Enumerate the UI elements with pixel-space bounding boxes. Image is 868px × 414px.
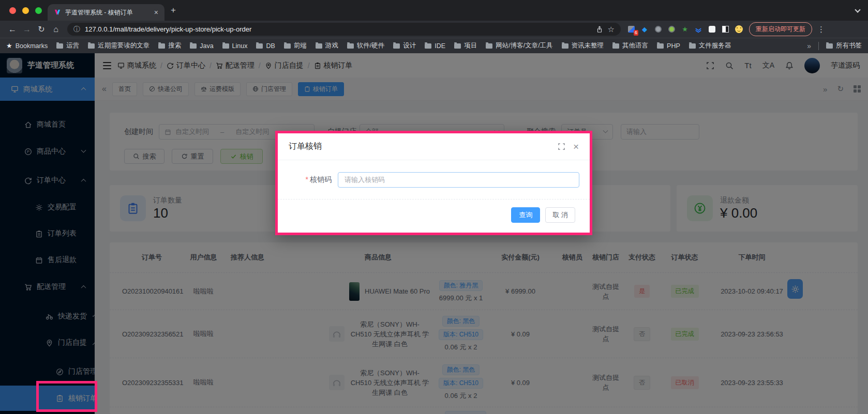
extension-icon-green-star[interactable]: ★ (681, 25, 689, 34)
divider (818, 42, 819, 50)
folder-icon (425, 43, 431, 49)
bookmark-label: 项目 (464, 41, 477, 50)
share-icon[interactable] (596, 26, 603, 33)
extensions-cluster: 6 ◆ ★ (627, 25, 743, 34)
dialog-header: 订单核销 × (278, 133, 590, 160)
folder-icon (190, 43, 197, 49)
bookmark-label: Bookmarks (16, 42, 48, 50)
bookmark-label: DB (266, 42, 275, 50)
bookmark-label: 网站/博客/文章/工具 (496, 41, 552, 50)
extension-icon-layers[interactable] (694, 25, 702, 34)
verify-code-label: *核销码 (288, 175, 338, 185)
bookmark-folder[interactable]: 其他语言 (612, 41, 648, 50)
bookmarks-bar: ★Bookmarks 运营 近期需要读的文章 搜索 Java Linux DB … (0, 38, 868, 53)
bookmark-folder[interactable]: 设计 (393, 41, 416, 50)
verify-code-input[interactable] (338, 172, 579, 188)
browser-tab[interactable]: 芋道管理系统 - 核销订单 × (48, 4, 164, 21)
bookmark-folder[interactable]: 软件/硬件 (347, 41, 384, 50)
bookmark-label: 前端 (294, 41, 307, 50)
bookmark-folder[interactable]: 网站/博客/文章/工具 (486, 41, 552, 50)
extension-icon-gray-circle[interactable] (654, 25, 662, 34)
extension-badge: 6 (634, 30, 638, 36)
browser-update-button[interactable]: 重新启动即可更新 (749, 22, 812, 36)
bookmark-folder[interactable]: DB (256, 42, 275, 50)
reload-button[interactable]: ↻ (34, 24, 49, 34)
tab-favicon (54, 9, 61, 16)
bookmark-label: 资讯未整理 (572, 41, 604, 50)
browser-toolbar: ← → ↻ ⌂ ⓘ 127.0.0.1/mall/trade/delivery/… (0, 21, 868, 38)
bookmark-folder[interactable]: Linux (222, 42, 248, 50)
folder-icon (562, 43, 568, 49)
bookmark-folder[interactable]: 运营 (56, 41, 79, 50)
zoom-window-button[interactable] (35, 7, 42, 14)
bookmark-folder[interactable]: IDE (425, 42, 445, 50)
browser-menu-icon[interactable]: ⋮ (817, 25, 825, 34)
star-icon: ★ (6, 42, 12, 50)
bookmark-folder[interactable]: 项目 (454, 41, 477, 50)
folder-icon (612, 43, 619, 49)
folder-icon (454, 43, 461, 49)
extension-icon-gem[interactable]: ◆ (640, 25, 649, 34)
site-info-icon[interactable]: ⓘ (73, 25, 80, 34)
bookmark-label: 文件服务器 (699, 41, 731, 50)
field-label-text: 核销码 (310, 175, 332, 183)
bookmark-folder[interactable]: 文件服务器 (689, 41, 731, 50)
bookmark-folder[interactable]: 游戏 (316, 41, 338, 50)
required-asterisk: * (306, 175, 308, 183)
minimize-window-button[interactable] (22, 7, 29, 14)
address-bar[interactable]: ⓘ 127.0.0.1/mall/trade/delivery/pick-up-… (67, 23, 621, 36)
bookmark-folder[interactable]: Java (190, 42, 213, 50)
bookmarks-manager[interactable]: ★Bookmarks (6, 42, 48, 50)
bookmark-label: Java (200, 42, 213, 50)
dialog-close-icon[interactable]: × (573, 142, 579, 151)
bookmark-label: 所有书签 (836, 41, 862, 50)
folder-icon (222, 43, 229, 49)
folder-icon (393, 43, 400, 49)
browser-titlebar: 芋道管理系统 - 核销订单 × + (0, 0, 868, 21)
bookmark-label: 设计 (403, 41, 416, 50)
folder-icon (486, 43, 492, 49)
folder-icon (284, 43, 291, 49)
extension-icon-frame[interactable] (721, 25, 729, 34)
extension-icon-puzzle[interactable] (708, 25, 716, 34)
new-tab-button[interactable]: + (171, 5, 176, 16)
folder-icon (689, 43, 696, 49)
all-bookmarks[interactable]: 所有书签 (826, 41, 862, 50)
url-text[interactable]: 127.0.0.1/mall/trade/delivery/pick-up-st… (85, 25, 591, 33)
folder-icon (158, 43, 165, 49)
bookmark-label: 软件/硬件 (357, 41, 384, 50)
close-window-button[interactable] (9, 7, 16, 14)
bookmark-label: 近期需要读的文章 (98, 41, 149, 50)
cancel-button[interactable]: 取 消 (545, 207, 575, 223)
home-button[interactable]: ⌂ (49, 25, 63, 34)
annotation-highlight-box (36, 381, 97, 412)
extension-icon-grid-badge[interactable]: 6 (627, 25, 635, 34)
bookmark-label: 其他语言 (622, 41, 648, 50)
bookmark-label: 运营 (66, 41, 79, 50)
dialog-body: *核销码 (278, 160, 590, 199)
dialog-fullscreen-icon[interactable] (558, 143, 565, 150)
window-controls[interactable] (9, 7, 42, 14)
back-button[interactable]: ← (5, 25, 20, 34)
window-chevron-icon[interactable] (855, 7, 860, 12)
query-button[interactable]: 查询 (511, 207, 540, 223)
bookmark-folder[interactable]: 搜索 (158, 41, 181, 50)
tab-close-icon[interactable]: × (154, 8, 158, 17)
bookmark-folder[interactable]: 前端 (284, 41, 307, 50)
bookmark-label: Linux (232, 42, 248, 50)
dialog-title: 订单核销 (289, 141, 322, 152)
bookmark-folder[interactable]: PHP (657, 42, 680, 50)
folder-icon (88, 43, 95, 49)
bookmark-label: 游戏 (325, 41, 338, 50)
bookmark-folder[interactable]: 资讯未整理 (562, 41, 604, 50)
bookmark-star-icon[interactable]: ☆ (608, 25, 615, 34)
bookmark-folder[interactable]: 近期需要读的文章 (88, 41, 149, 50)
forward-button[interactable]: → (20, 25, 34, 34)
bookmark-label: PHP (667, 42, 680, 50)
folder-icon (826, 43, 833, 49)
profile-avatar-emoji[interactable] (735, 25, 743, 34)
folder-icon (256, 43, 263, 49)
bookmarks-overflow-icon[interactable]: » (807, 42, 811, 50)
extension-icon-green-circle[interactable] (667, 25, 676, 34)
bookmark-label: 搜索 (168, 41, 181, 50)
